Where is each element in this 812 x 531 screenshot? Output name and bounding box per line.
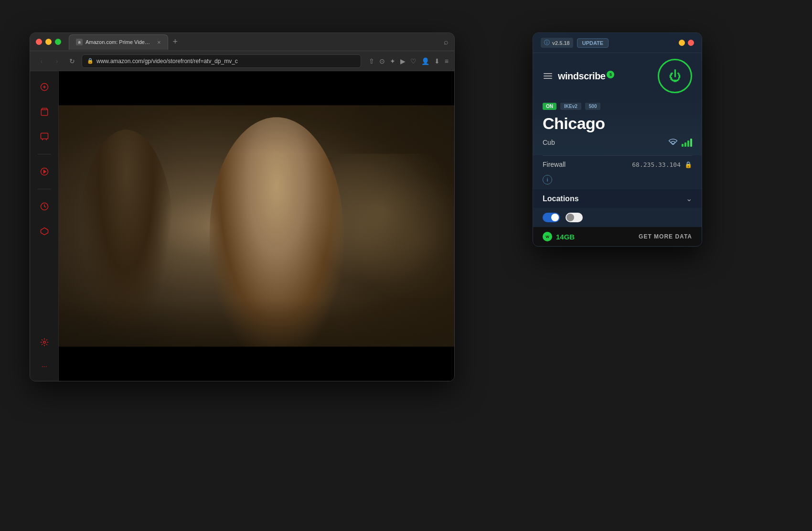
close-traffic-light[interactable] [36,39,42,45]
get-more-data-button[interactable]: GET MORE DATA [639,233,692,240]
version-text: v2.5.18 [552,40,570,46]
ip-address: 68.235.33.104 [632,161,681,168]
sidebar-divider-2 [38,189,51,189]
update-button[interactable]: UPDATE [577,38,609,48]
reload-button[interactable]: ↻ [66,57,78,65]
sidebar-item-clock[interactable] [36,198,53,215]
server-row: Cub [543,135,692,150]
firewall-right: 68.235.33.104 🔒 [632,161,692,168]
port-badge: 500 [585,103,601,110]
svg-rect-4 [41,133,48,139]
back-button[interactable]: ‹ [36,57,47,65]
info-row: i [533,173,702,189]
on-badge: ON [543,103,556,110]
browser-tabs: a Amazon.com: Prime Video: Pri × + [69,34,440,50]
active-tab[interactable]: a Amazon.com: Prime Video: Pri × [69,34,168,50]
browser-content [59,71,454,381]
minimize-traffic-light[interactable] [45,39,52,45]
favorite-icon[interactable]: ♡ [410,57,417,65]
maximize-traffic-light[interactable] [55,39,61,45]
city-name: Chicago [543,115,692,132]
menu-icon[interactable]: ≡ [445,57,449,65]
windscribe-header: ⓘ v2.5.18 UPDATE [533,33,702,53]
sidebar-dots[interactable]: ··· [38,358,51,374]
ws-status-left: ON IKEv2 500 Chicago Cub [543,103,692,150]
firewall-lock-icon: 🔒 [684,161,692,168]
browser-window: a Amazon.com: Prime Video: Pri × + ⌕ ‹ ›… [30,33,455,381]
wifi-icon [668,138,678,147]
toggle-white[interactable] [566,213,583,222]
address-text: www.amazon.com/gp/video/storefront/ref=a… [96,58,356,65]
sidebar-item-shop[interactable] [36,103,53,120]
sidebar-item-cube[interactable] [36,223,53,240]
windscribe-logo-text: windscribe5 [558,71,614,82]
sidebar-divider-1 [38,154,51,154]
address-bar[interactable]: 🔒 www.amazon.com/gp/video/storefront/ref… [82,54,361,68]
svg-marker-6 [43,170,46,173]
ws-bottom-section [533,208,702,227]
signal-bars [682,139,692,147]
close-wc[interactable] [688,40,694,46]
windscribe-window-controls [679,40,694,46]
tab-favicon: a [76,39,83,45]
traffic-lights [36,39,61,45]
forward-button[interactable]: › [51,57,63,65]
extensions-icon[interactable]: ✦ [390,57,395,65]
server-icons [668,138,692,147]
profile-icon[interactable]: 👤 [421,57,429,65]
windscribe-logo-area: windscribe5 [543,71,614,82]
browser-sidebar: ··· [30,71,59,381]
info-icon: ⓘ [544,39,550,47]
browser-toolbar: ‹ › ↻ 🔒 www.amazon.com/gp/video/storefro… [30,51,454,71]
sidebar-item-twitch[interactable] [36,128,53,145]
browser-search-icon[interactable]: ⌕ [444,38,449,46]
firewall-label: Firewall [543,161,566,168]
warm-tint [59,105,454,347]
movie-scene [59,71,454,381]
ws-status-row: ON IKEv2 500 [543,103,692,110]
logo-row: windscribe5 ⏻ [533,53,702,95]
windscribe-logo-small: W [543,232,552,241]
firewall-row: Firewall 68.235.33.104 🔒 [533,156,702,173]
data-amount: 14GB [556,233,575,241]
power-symbol: ⏻ [669,70,681,82]
windscribe-header-left: ⓘ v2.5.18 UPDATE [541,38,609,48]
movie-background [59,105,454,347]
toolbar-icons: ⇧ ⊙ ✦ ▶ ♡ 👤 ⬇ ≡ [369,57,449,65]
server-name: Cub [543,139,555,146]
airplay-icon[interactable]: ▶ [400,57,406,65]
windscribe-panel: ⓘ v2.5.18 UPDATE windscribe5 ⏻ [533,33,702,247]
hamburger-menu-icon[interactable] [543,72,553,80]
sidebar-item-cursor[interactable] [36,78,53,96]
logo-word: windscribe [558,71,605,81]
data-footer: W 14GB GET MORE DATA [533,227,702,246]
logo-badge: 5 [607,71,614,78]
tab-title: Amazon.com: Prime Video: Pri [85,39,152,45]
ws-status-section: ON IKEv2 500 Chicago Cub [533,95,702,155]
data-left: W 14GB [543,232,575,241]
share-icon[interactable]: ⇧ [369,57,374,65]
version-badge: ⓘ v2.5.18 [541,38,573,48]
locations-label: Locations [543,195,579,203]
chevron-down-icon: ⌄ [686,194,692,203]
sidebar-item-play[interactable] [36,163,53,180]
info-circle[interactable]: i [543,175,552,184]
power-button[interactable]: ⏻ [658,59,692,93]
minimize-wc[interactable] [679,40,685,46]
tab-close-button[interactable]: × [157,39,161,46]
svg-point-8 [43,341,45,344]
locations-row[interactable]: Locations ⌄ [533,189,702,208]
download-icon[interactable]: ⬇ [434,57,440,65]
lock-icon: 🔒 [87,58,94,64]
new-tab-button[interactable]: + [171,37,180,47]
sidebar-item-settings[interactable] [36,334,53,351]
browser-titlebar: a Amazon.com: Prime Video: Pri × + ⌕ [30,33,454,51]
screenshot-icon[interactable]: ⊙ [379,57,385,65]
protocol-badge: IKEv2 [560,103,581,110]
toggle-blue[interactable] [543,213,560,222]
